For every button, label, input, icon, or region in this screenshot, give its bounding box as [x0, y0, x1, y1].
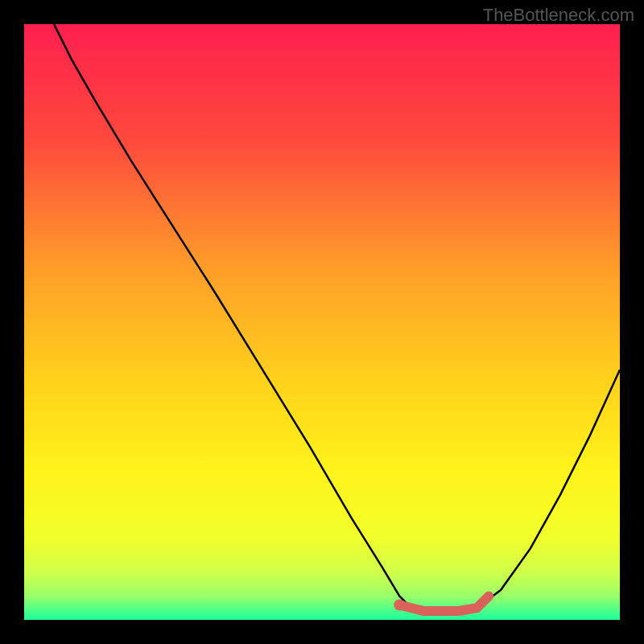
- gradient-background: [24, 24, 620, 620]
- watermark-text: TheBottleneck.com: [483, 5, 634, 26]
- chart-svg: [24, 24, 620, 620]
- target-marker: [394, 600, 405, 611]
- plot-area: [24, 24, 620, 620]
